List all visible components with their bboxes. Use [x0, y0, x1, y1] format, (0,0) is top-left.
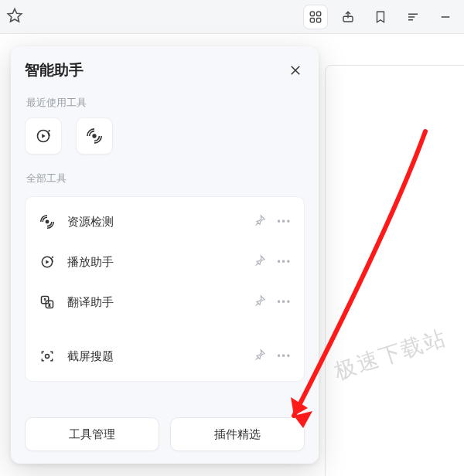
tool-row-translate[interactable]: 翻译助手 ••• [30, 282, 299, 322]
browser-toolbar [0, 0, 464, 34]
tool-name: 资源检测 [67, 215, 243, 230]
svg-rect-1 [310, 12, 314, 15]
more-icon[interactable]: ••• [277, 216, 292, 227]
svg-point-8 [46, 220, 48, 223]
radar-icon [38, 214, 56, 230]
tool-name: 翻译助手 [67, 295, 243, 310]
close-icon [288, 63, 302, 77]
star-icon[interactable] [6, 7, 23, 27]
svg-rect-3 [310, 18, 314, 22]
svg-rect-2 [317, 12, 321, 15]
featured-plugins-button[interactable]: 插件精选 [170, 417, 305, 451]
recent-tool-play[interactable] [25, 117, 62, 155]
bookmark-icon[interactable] [368, 5, 393, 29]
recent-tool-radar[interactable] [76, 117, 113, 155]
close-button[interactable] [286, 61, 305, 80]
pin-icon[interactable] [254, 294, 266, 310]
pin-icon[interactable] [254, 214, 266, 230]
pin-icon[interactable] [254, 254, 266, 270]
pin-icon[interactable] [254, 348, 266, 364]
more-icon[interactable]: ••• [277, 257, 292, 267]
svg-marker-0 [8, 8, 21, 21]
extensions-grid-button[interactable] [303, 5, 328, 29]
svg-point-12 [46, 355, 49, 359]
manage-tools-button[interactable]: 工具管理 [25, 417, 159, 451]
assistant-panel: 智能助手 最近使用工具 全部工具 资源检测 ••• 播放助手 [11, 46, 319, 464]
svg-point-7 [93, 134, 96, 138]
tool-row-screenshot-search[interactable]: 截屏搜题 ••• [30, 336, 299, 376]
recent-tools [25, 117, 305, 155]
all-tools-list: 资源检测 ••• 播放助手 ••• 翻译助手 ••• 截屏搜题 [25, 196, 305, 382]
more-icon[interactable]: ••• [277, 351, 292, 362]
capture-icon [38, 348, 56, 364]
window-minimize-button[interactable] [433, 5, 458, 29]
tool-name: 截屏搜题 [67, 349, 243, 364]
manage-label: 工具管理 [69, 427, 115, 442]
menu-lines-icon[interactable] [401, 5, 425, 29]
tool-row-play-assist[interactable]: 播放助手 ••• [30, 242, 299, 282]
share-icon[interactable] [336, 5, 360, 29]
featured-label: 插件精选 [214, 427, 261, 442]
panel-title: 智能助手 [25, 60, 84, 80]
more-icon[interactable]: ••• [277, 297, 292, 308]
all-tools-label: 全部工具 [26, 172, 303, 185]
tool-name: 播放助手 [67, 255, 243, 270]
svg-rect-4 [317, 18, 321, 22]
play-refresh-icon [38, 254, 56, 270]
translate-icon [38, 294, 56, 310]
tool-row-resource-detect[interactable]: 资源检测 ••• [30, 202, 299, 242]
recent-label: 最近使用工具 [26, 96, 303, 110]
